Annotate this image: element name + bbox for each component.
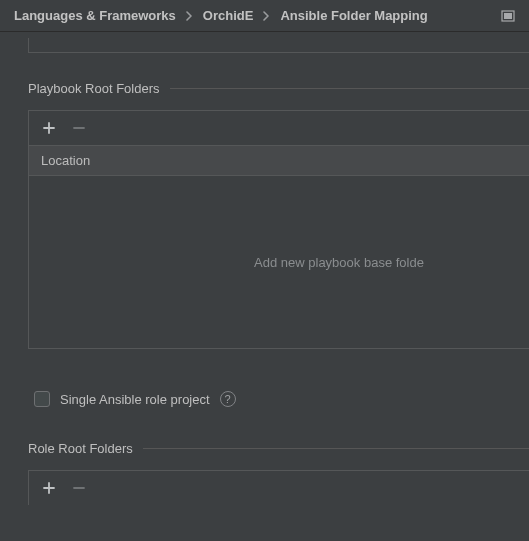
chevron-right-icon xyxy=(186,11,193,21)
role-folders-panel xyxy=(28,470,529,505)
playbook-empty-area[interactable]: Add new playbook base folde xyxy=(29,176,529,348)
panel-toolbar xyxy=(29,471,529,505)
svg-rect-1 xyxy=(504,13,512,19)
single-role-label: Single Ansible role project xyxy=(60,392,210,407)
empty-state-text: Add new playbook base folde xyxy=(254,255,424,270)
previous-panel-bottom xyxy=(28,38,529,53)
separator xyxy=(170,88,529,89)
expand-icon[interactable] xyxy=(501,10,515,22)
column-header-location[interactable]: Location xyxy=(29,145,529,176)
section-header-role: Role Root Folders xyxy=(28,441,529,456)
single-role-row: Single Ansible role project ? xyxy=(34,391,529,407)
playbook-folders-panel: Location Add new playbook base folde xyxy=(28,110,529,349)
add-button[interactable] xyxy=(41,480,57,496)
breadcrumb-item[interactable]: Languages & Frameworks xyxy=(14,8,176,23)
chevron-right-icon xyxy=(263,11,270,21)
remove-button[interactable] xyxy=(71,120,87,136)
separator xyxy=(143,448,529,449)
single-role-checkbox[interactable] xyxy=(34,391,50,407)
section-header-playbook: Playbook Root Folders xyxy=(28,81,529,96)
breadcrumb-item[interactable]: Ansible Folder Mapping xyxy=(280,8,427,23)
breadcrumb-item[interactable]: OrchidE xyxy=(203,8,254,23)
help-icon[interactable]: ? xyxy=(220,391,236,407)
section-title: Playbook Root Folders xyxy=(28,81,160,96)
section-title: Role Root Folders xyxy=(28,441,133,456)
panel-toolbar xyxy=(29,111,529,145)
remove-button[interactable] xyxy=(71,480,87,496)
add-button[interactable] xyxy=(41,120,57,136)
breadcrumb: Languages & Frameworks OrchidE Ansible F… xyxy=(0,0,529,32)
